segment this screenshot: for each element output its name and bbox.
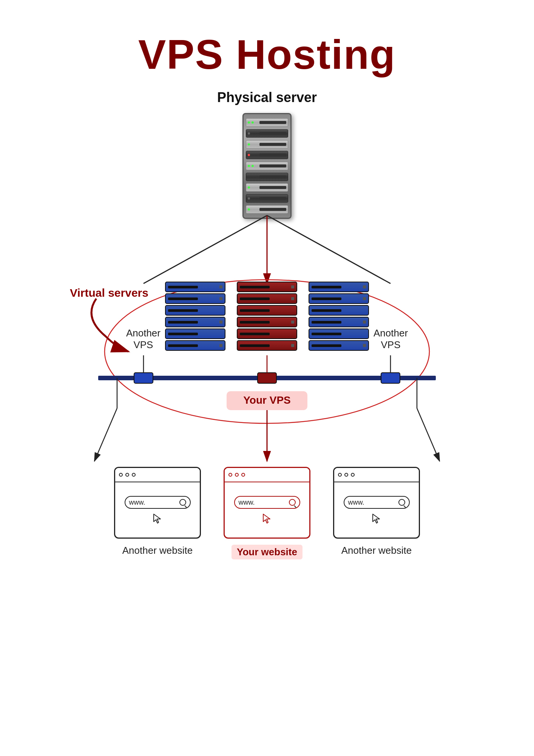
physical-server-label: Physical server xyxy=(0,90,534,105)
center-browser-titlebar xyxy=(225,468,309,482)
vps-unit-r3 xyxy=(237,305,297,316)
left-www-text: www. xyxy=(129,499,176,507)
vps-unit-r5 xyxy=(237,328,297,339)
vps-unit-rb1 xyxy=(309,282,369,292)
center-red-stack xyxy=(237,282,297,351)
rack-slot-1 xyxy=(259,121,286,124)
center-address-bar: www. xyxy=(234,496,300,509)
browsers-row: www. Another website xyxy=(78,467,456,559)
physical-server-rack xyxy=(0,113,534,219)
rack-unit-5 xyxy=(246,162,288,170)
rack-dot-3 xyxy=(248,143,250,146)
right-dot-2 xyxy=(344,473,348,477)
vps-unit-b3 xyxy=(165,305,225,316)
svg-line-0 xyxy=(144,215,267,284)
rack-dot-8 xyxy=(248,197,250,200)
vps-unit-r6 xyxy=(237,340,297,351)
your-website-label: Your website xyxy=(232,545,302,559)
center-dot-2 xyxy=(235,473,239,477)
right-address-bar: www. xyxy=(344,496,410,509)
rack-unit-1 xyxy=(246,118,288,127)
rack-slot-3 xyxy=(259,143,286,146)
rack-dot-5 xyxy=(248,165,250,167)
center-search-icon xyxy=(289,499,296,506)
rack-unit-2 xyxy=(246,129,288,138)
right-browser-item: www. Another website xyxy=(333,467,420,556)
center-cursor-icon xyxy=(262,513,272,524)
left-website-label: Another website xyxy=(122,545,193,556)
svg-line-19 xyxy=(94,408,117,461)
vps-unit-rb2 xyxy=(309,293,369,304)
left-browser-titlebar xyxy=(115,468,200,482)
page-title: VPS Hosting xyxy=(0,0,534,78)
page-container: VPS Hosting Physical server xyxy=(0,0,534,756)
vps-unit-b5 xyxy=(165,328,225,339)
rack-slot-7 xyxy=(259,186,286,189)
left-dot-3 xyxy=(132,473,136,477)
virtual-servers-row: AnotherVPS xyxy=(97,282,437,351)
vps-unit-rb5 xyxy=(309,328,369,339)
vps-unit-r2 xyxy=(237,293,297,304)
left-browser-window: www. xyxy=(114,467,201,539)
rack-dot-red xyxy=(248,154,250,156)
rack-unit-9 xyxy=(246,205,288,214)
left-dot-2 xyxy=(125,473,129,477)
rack-dot-6 xyxy=(252,165,254,167)
center-browser-content: www. xyxy=(225,482,309,538)
left-browser-item: www. Another website xyxy=(114,467,201,556)
right-dot-3 xyxy=(351,473,355,477)
vps-unit-b2 xyxy=(165,293,225,304)
left-dot-1 xyxy=(119,473,123,477)
rack-slot-4 xyxy=(259,153,286,156)
right-www-text: www. xyxy=(348,499,395,507)
svg-line-21 xyxy=(417,408,440,461)
rack-slot-5 xyxy=(259,164,286,167)
right-blue-stack xyxy=(309,282,369,351)
center-www-text: www. xyxy=(239,499,286,507)
rack-dot-9 xyxy=(248,208,250,211)
vps-unit-b6 xyxy=(165,340,225,351)
svg-marker-24 xyxy=(373,514,380,523)
right-browser-content: www. xyxy=(334,482,419,538)
vps-unit-rb3 xyxy=(309,305,369,316)
right-browser-window: www. xyxy=(333,467,420,539)
rack-slot-2 xyxy=(259,132,286,135)
left-cursor-icon xyxy=(152,513,163,524)
vps-unit-rb4 xyxy=(309,317,369,327)
rack-unit-6 xyxy=(246,173,288,181)
left-another-vps-label: AnotherVPS xyxy=(126,327,161,351)
rack-unit-3 xyxy=(246,140,288,149)
left-address-bar: www. xyxy=(125,496,191,509)
svg-rect-10 xyxy=(258,373,276,383)
left-blue-stack xyxy=(165,282,225,351)
right-another-vps-label: AnotherVPS xyxy=(373,327,408,351)
center-dot-1 xyxy=(228,473,232,477)
center-browser-item: www. Your website xyxy=(224,467,310,559)
vps-unit-b1 xyxy=(165,282,225,292)
svg-line-2 xyxy=(267,215,390,284)
rack-unit-7 xyxy=(246,183,288,192)
rack-dot-7 xyxy=(248,186,250,189)
rack-dot-2 xyxy=(248,132,250,135)
vps-unit-r1 xyxy=(237,282,297,292)
right-vps-group: AnotherVPS xyxy=(309,282,408,351)
server-rack-unit xyxy=(242,113,292,219)
rack-slot-8 xyxy=(259,197,286,200)
right-browser-titlebar xyxy=(334,468,419,482)
vps-unit-b4 xyxy=(165,317,225,327)
svg-rect-11 xyxy=(381,373,400,383)
svg-marker-23 xyxy=(263,514,270,523)
rack-slot-9 xyxy=(259,208,286,211)
svg-rect-15 xyxy=(227,391,307,410)
left-search-icon xyxy=(179,499,186,506)
right-cursor-icon xyxy=(371,513,382,524)
left-browser-content: www. xyxy=(115,482,200,538)
rack-dot-green xyxy=(248,121,250,124)
vps-unit-r4 xyxy=(237,317,297,327)
vps-unit-rb6 xyxy=(309,340,369,351)
rack-unit-8 xyxy=(246,194,288,203)
right-search-icon xyxy=(398,499,405,506)
rack-slot-6 xyxy=(259,175,286,178)
svg-text:Your VPS: Your VPS xyxy=(243,394,291,406)
rack-unit-4 xyxy=(246,151,288,159)
